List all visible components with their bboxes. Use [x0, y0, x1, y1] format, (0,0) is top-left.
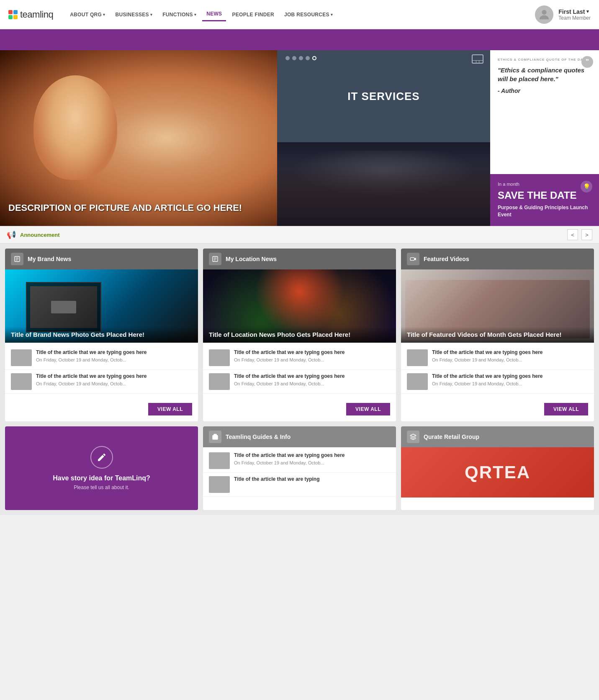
- location-news-title: My Location News: [226, 256, 277, 262]
- video-camera-icon: [407, 253, 419, 265]
- event-name: Purpose & Guiding Principles Launch Even…: [498, 204, 591, 218]
- article-info: Title of the article that we are typing …: [432, 349, 588, 362]
- it-dot-3[interactable]: [299, 56, 303, 60]
- brand-news-title: My Brand News: [28, 256, 71, 262]
- brand-news-card: My Brand News Title of Brand News Photo …: [5, 249, 198, 421]
- qrtea-text: QRTEA: [465, 462, 530, 482]
- megaphone-icon: 📢: [7, 230, 16, 239]
- article-info: Title of the article that we are typing …: [234, 349, 390, 362]
- story-subtitle: Please tell us all about it.: [74, 485, 129, 490]
- chevron-down-icon: ▾: [103, 13, 105, 17]
- header: teamlinq ABOUT QRG ▾ BUSINESSES ▾ FUNCTI…: [0, 0, 599, 29]
- brand-news-view-all-button[interactable]: VIEW ALL: [148, 403, 192, 415]
- announcement-nav: < >: [567, 229, 592, 240]
- announcement-bar: 📢 Announcement < >: [0, 226, 599, 244]
- nav-functions[interactable]: FUNCTIONS ▾: [158, 8, 201, 21]
- location-news-image[interactable]: Title of Location News Photo Gets Placed…: [203, 269, 396, 343]
- nav-job-resources[interactable]: JOB RESOURCES ▾: [280, 8, 337, 21]
- guides-card: Teamlinq Guides & Info Title of the arti…: [203, 426, 396, 510]
- brand-article-2[interactable]: Title of the article that we are typing …: [5, 370, 198, 394]
- featured-videos-caption: Title of Featured Videos of Month Gets P…: [401, 327, 594, 343]
- user-info[interactable]: First Last ▾ Team Member: [558, 8, 591, 21]
- hero-middle: IT SERVICES: [277, 50, 490, 226]
- article-date: On Friday, October 19 and Monday, Octob.…: [432, 381, 588, 386]
- it-services-panel[interactable]: IT SERVICES: [277, 50, 490, 142]
- logo-grid-icon: [8, 10, 18, 19]
- newspaper-icon: [11, 253, 23, 265]
- quote-icon: ": [581, 56, 593, 68]
- location-article-1[interactable]: Title of the article that we are typing …: [203, 346, 396, 370]
- article-date: On Friday, October 19 and Monday, Octob.…: [36, 381, 192, 386]
- article-info: Title of the article that we are typing …: [234, 452, 390, 465]
- article-thumb: [11, 349, 32, 366]
- article-thumb: [407, 373, 428, 390]
- article-title: Title of the article that we are typing …: [36, 349, 192, 356]
- featured-videos-footer: VIEW ALL: [401, 397, 594, 421]
- article-info: Title of the article that we are typing …: [432, 373, 588, 386]
- it-dot-5[interactable]: [312, 56, 316, 60]
- guides-article-2[interactable]: Title of the article that we are typing: [203, 473, 396, 497]
- article-date: On Friday, October 19 and Monday, Octob.…: [234, 381, 390, 386]
- hero-main-image[interactable]: DESCRIPTION OF PICTURE AND ARTICLE GO HE…: [0, 50, 277, 226]
- avatar[interactable]: [535, 5, 553, 24]
- it-dot-1[interactable]: [285, 56, 290, 60]
- featured-videos-articles: Title of the article that we are typing …: [401, 343, 594, 397]
- location-news-articles: Title of the article that we are typing …: [203, 343, 396, 397]
- guides-header: Teamlinq Guides & Info: [203, 426, 396, 447]
- guides-title: Teamlinq Guides & Info: [226, 433, 291, 440]
- main-nav: ABOUT QRG ▾ BUSINESSES ▾ FUNCTIONS ▾ NEW…: [66, 8, 535, 21]
- svg-point-0: [542, 10, 547, 14]
- pen-icon: [90, 446, 113, 469]
- bulb-icon: 💡: [581, 181, 592, 192]
- hero-caption: DESCRIPTION OF PICTURE AND ARTICLE GO HE…: [8, 203, 242, 213]
- nav-businesses[interactable]: BUSINESSES ▾: [111, 8, 157, 21]
- brand-news-image[interactable]: Title of Brand News Photo Gets Placed He…: [5, 269, 198, 343]
- location-news-header: My Location News: [203, 249, 396, 269]
- article-thumb: [209, 349, 230, 366]
- location-article-2[interactable]: Title of the article that we are typing …: [203, 370, 396, 394]
- article-info: Title of the article that we are typing …: [234, 373, 390, 386]
- monitor-icon: [472, 54, 483, 64]
- hero-image-bg: [0, 50, 277, 226]
- qurate-image[interactable]: QRTEA: [401, 447, 594, 497]
- user-name: First Last ▾: [558, 8, 591, 15]
- svg-rect-9: [410, 258, 414, 261]
- article-info: Title of the article that we are typing: [234, 476, 390, 484]
- hero-section: DESCRIPTION OF PICTURE AND ARTICLE GO HE…: [0, 50, 599, 226]
- guides-icon: [209, 431, 221, 443]
- nav-news[interactable]: NEWS: [202, 8, 226, 21]
- audience-bg: [277, 142, 490, 226]
- article-thumb: [407, 349, 428, 366]
- nav-about-qrg[interactable]: ABOUT QRG ▾: [66, 8, 109, 21]
- brand-news-icon-svg: [14, 256, 21, 262]
- featured-videos-image[interactable]: Title of Featured Videos of Month Gets P…: [401, 269, 594, 343]
- nav-people-finder[interactable]: PEOPLE FINDER: [228, 8, 278, 21]
- video-article-2[interactable]: Title of the article that we are typing …: [401, 370, 594, 394]
- save-the-date-title: SAVE THE DATE: [498, 190, 591, 201]
- article-title: Title of the article that we are typing …: [234, 373, 390, 380]
- logo[interactable]: teamlinq: [8, 9, 53, 20]
- featured-videos-view-all-button[interactable]: VIEW ALL: [544, 403, 588, 415]
- announcement-text: Announcement: [20, 232, 567, 238]
- guides-article-1[interactable]: Title of the article that we are typing …: [203, 449, 396, 473]
- article-title: Title of the article that we are typing …: [234, 452, 390, 459]
- audience-image: [277, 142, 490, 226]
- qurate-icon: [407, 431, 419, 443]
- save-date-box[interactable]: In a month 💡 SAVE THE DATE Purpose & Gui…: [490, 174, 599, 226]
- brand-article-1[interactable]: Title of the article that we are typing …: [5, 346, 198, 370]
- brand-news-caption: Title of Brand News Photo Gets Placed He…: [5, 327, 198, 343]
- article-title: Title of the article that we are typing …: [432, 373, 588, 380]
- article-title: Title of the article that we are typing: [234, 476, 390, 483]
- it-dot-2[interactable]: [292, 56, 296, 60]
- article-title: Title of the article that we are typing …: [234, 349, 390, 356]
- announcement-next-button[interactable]: >: [581, 229, 592, 240]
- qurate-icon-svg: [410, 433, 416, 440]
- user-avatar-icon: [537, 8, 551, 22]
- it-dot-4[interactable]: [306, 56, 310, 60]
- chevron-down-icon: ▾: [194, 13, 196, 17]
- story-idea-card[interactable]: Have story idea for TeamLinq? Please tel…: [5, 426, 198, 510]
- location-news-view-all-button[interactable]: VIEW ALL: [346, 403, 390, 415]
- video-article-1[interactable]: Title of the article that we are typing …: [401, 346, 594, 370]
- location-news-caption: Title of Location News Photo Gets Placed…: [203, 327, 396, 343]
- announcement-prev-button[interactable]: <: [567, 229, 578, 240]
